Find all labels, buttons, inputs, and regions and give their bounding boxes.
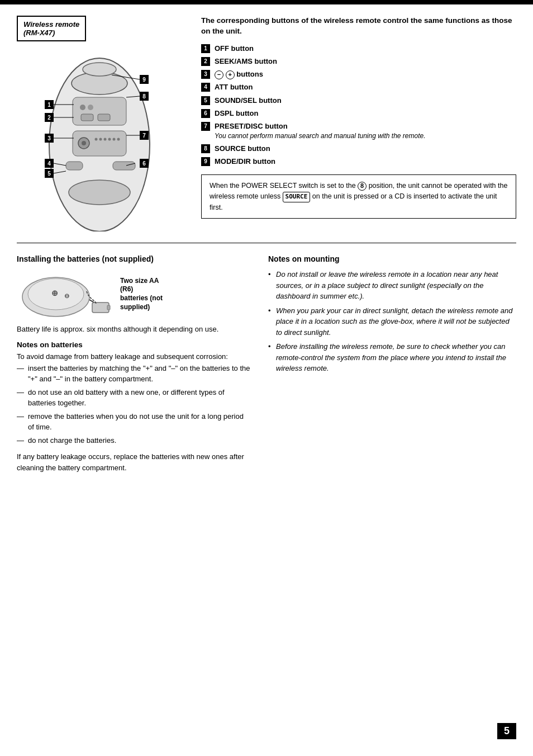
- btn-num-4: 4: [201, 83, 210, 92]
- button-item-1: 1 OFF button: [201, 44, 516, 54]
- svg-point-18: [69, 180, 130, 205]
- battery-life-para: Battery life is approx. six months altho…: [17, 324, 251, 335]
- dash-item-4: do not charge the batteries.: [17, 435, 251, 446]
- btn-num-3: 3: [201, 70, 210, 79]
- battery-illustration: ⊕ ⊖: [17, 269, 112, 319]
- btn-num-5: 5: [201, 96, 210, 105]
- svg-text:7: 7: [142, 133, 146, 139]
- svg-text:⊖: ⊖: [64, 292, 69, 299]
- svg-point-19: [83, 63, 116, 76]
- svg-rect-51: [92, 303, 109, 313]
- btn-label-3: − + buttons: [215, 69, 263, 79]
- svg-rect-52: [107, 305, 110, 310]
- button-item-9: 9 MODE/DIR button: [201, 157, 516, 167]
- remote-subtitle: (RM-X47): [23, 29, 55, 37]
- remote-diagram: Wireless remote (RM-X47): [17, 16, 184, 231]
- buttons-intro: The corresponding buttons of the wireles…: [201, 16, 516, 37]
- remote-svg: 1 2 3 4 5: [17, 47, 173, 231]
- left-col: Installing the batteries (not supplied) …: [17, 254, 251, 479]
- button-item-3: 3 − + buttons: [201, 69, 516, 79]
- position-icon: 8: [358, 182, 367, 191]
- btn-label-7: PRESET/DISC button You cannot perform ma…: [215, 121, 426, 141]
- svg-text:5: 5: [47, 171, 51, 177]
- mounting-item-1: Do not install or leave the wireless rem…: [268, 269, 516, 302]
- remote-label-box: Wireless remote (RM-X47): [17, 16, 86, 41]
- button-item-4: 4 ATT button: [201, 82, 516, 92]
- svg-rect-6: [98, 114, 110, 121]
- btn-num-8: 8: [201, 144, 210, 153]
- battery-caption: Two size AA (R6)batteries (not supplied): [120, 277, 165, 311]
- section-divider: [17, 243, 516, 243]
- svg-text:2: 2: [47, 115, 51, 121]
- notes-mounting-title: Notes on mounting: [268, 254, 516, 263]
- btn-label-6: DSPL button: [215, 108, 258, 119]
- buttons-list: The corresponding buttons of the wireles…: [201, 16, 516, 231]
- bottom-section: Installing the batteries (not supplied) …: [17, 254, 516, 479]
- button-item-2: 2 SEEK/AMS button: [201, 56, 516, 67]
- svg-rect-5: [81, 114, 93, 121]
- page-number: 5: [497, 723, 516, 739]
- button-item-7: 7 PRESET/DISC button You cannot perform …: [201, 121, 516, 141]
- button-item-5: 5 SOUND/SEL button: [201, 96, 516, 106]
- dash-item-2: do not use an old battery with a new one…: [17, 387, 251, 409]
- svg-point-9: [82, 141, 86, 145]
- mounting-item-2: When you park your car in direct sunligh…: [268, 305, 516, 338]
- btn-note-7: You cannot perform manual search and man…: [215, 131, 426, 141]
- btn-label-9: MODE/DIR button: [215, 157, 275, 167]
- minus-circle-icon: −: [215, 70, 223, 79]
- mounting-item-3: Before installing the wireless remote, b…: [268, 341, 516, 374]
- svg-text:3: 3: [47, 135, 51, 141]
- info-box-text: When the POWER SELECT switch is set to t…: [210, 182, 507, 211]
- battery-diagram: ⊕ ⊖ Two siz: [17, 269, 251, 319]
- btn-num-6: 6: [201, 109, 210, 118]
- svg-point-10: [95, 138, 98, 141]
- main-content: Wireless remote (RM-X47): [0, 4, 533, 490]
- top-border: [0, 0, 533, 4]
- svg-rect-16: [66, 162, 83, 170]
- svg-text:9: 9: [142, 77, 146, 83]
- dash-item-3: remove the batteries when you do not use…: [17, 411, 251, 433]
- svg-text:4: 4: [47, 160, 51, 167]
- svg-text:6: 6: [142, 160, 146, 167]
- btn-label-2: SEEK/AMS button: [215, 56, 277, 67]
- svg-point-12: [104, 138, 107, 141]
- mounting-list: Do not install or leave the wireless rem…: [268, 269, 516, 374]
- svg-point-15: [117, 138, 120, 141]
- notes-batteries-title: Notes on batteries: [17, 341, 251, 349]
- button-item-6: 6 DSPL button: [201, 108, 516, 119]
- remote-illustration: 1 2 3 4 5: [17, 47, 173, 231]
- svg-text:⊕: ⊕: [51, 289, 58, 297]
- source-badge: SOURCE: [283, 192, 311, 202]
- btn-num-2: 2: [201, 57, 210, 66]
- svg-text:1: 1: [47, 102, 51, 108]
- plus-circle-icon: +: [226, 70, 235, 79]
- svg-point-3: [80, 105, 85, 110]
- btn-label-7-text: PRESET/DISC button: [215, 122, 288, 130]
- info-box: When the POWER SELECT switch is set to t…: [201, 174, 516, 219]
- dash-list: insert the batteries by matching the "+"…: [17, 363, 251, 446]
- dash-item-1: insert the batteries by matching the "+"…: [17, 363, 251, 385]
- svg-point-4: [88, 105, 93, 110]
- btn-num-9: 9: [201, 157, 210, 166]
- svg-point-13: [108, 138, 111, 141]
- buttons-text: buttons: [236, 70, 263, 78]
- btn-num-7: 7: [201, 122, 210, 131]
- svg-point-11: [99, 138, 102, 141]
- btn-label-4: ATT button: [215, 82, 253, 92]
- svg-point-14: [113, 138, 116, 141]
- btn-num-1: 1: [201, 44, 210, 53]
- remote-title: Wireless remote: [23, 20, 79, 29]
- right-col: Notes on mounting Do not install or leav…: [268, 254, 516, 479]
- svg-rect-17: [113, 162, 135, 170]
- btn-label-5: SOUND/SEL button: [215, 96, 282, 106]
- battery-leakage-para: If any battery leakage occurs, replace t…: [17, 451, 251, 473]
- button-item-8: 8 SOURCE button: [201, 144, 516, 154]
- installing-batteries-title: Installing the batteries (not supplied): [17, 254, 251, 263]
- btn-label-1: OFF button: [215, 44, 254, 54]
- notes-batteries-intro: To avoid damage from battery leakage and…: [17, 352, 251, 361]
- battery-caption-text: Two size AA (R6)batteries (not supplied): [120, 277, 163, 311]
- svg-text:8: 8: [142, 93, 146, 100]
- btn-label-8: SOURCE button: [215, 144, 270, 154]
- top-section: Wireless remote (RM-X47): [17, 16, 516, 231]
